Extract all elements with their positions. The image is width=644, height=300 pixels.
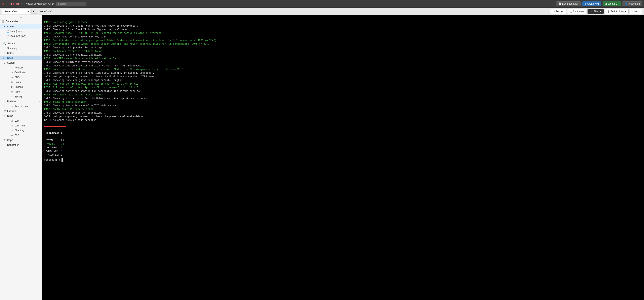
term-line-15: INFO: Checking if LXCFS is running with …	[44, 72, 154, 74]
summary-icon: □	[3, 47, 6, 50]
system-icon: ⚙	[3, 62, 6, 64]
create-vm-button[interactable]: ⊞ Create VM	[582, 2, 601, 6]
env-label: Virtual Environment 7.4-16	[26, 3, 55, 5]
help-icon: ?	[632, 10, 634, 13]
lvm-thin-icon: □	[10, 124, 13, 127]
sidebar-item-lvm-sub[interactable]: □ LVM	[4, 118, 42, 123]
notes-icon: □	[3, 52, 6, 54]
summary-failures: FAILURES: 0	[46, 154, 62, 157]
scroll-down-arrow[interactable]: ▼	[0, 147, 42, 151]
term-line-20: INFO: Checking container configs for dep…	[44, 90, 140, 93]
term-line-13: INFO: Checking custom role IDs for clash…	[44, 64, 144, 67]
sidebar-item-syslog[interactable]: ≡ Syslog	[4, 94, 42, 99]
pve-expand-icon: ▼	[3, 25, 5, 28]
logo: ✕ PROXMOX	[2, 2, 22, 6]
topbar: ✕ PROXMOX Virtual Environment 7.4-16 📄 D…	[0, 0, 644, 8]
sidebar-item-replication[interactable]: ↔ Replication	[0, 142, 42, 147]
system-chevron: ▾	[38, 62, 40, 64]
time-icon: ⚙	[10, 91, 13, 93]
term-line-26: INFO: Checking bootloader configuration.…	[44, 111, 105, 114]
syslog-icon: ≡	[10, 95, 13, 98]
secondbar: Server View ⚙ Node 'pve' ↺ Reboot ⏻ Shut…	[0, 8, 644, 15]
shell-button[interactable]: >_ Shell ▾	[588, 9, 604, 14]
term-line-23: PASS: found no suite mismatch	[44, 101, 86, 103]
pve-node-icon: 🖥	[6, 25, 8, 28]
term-line-27: SKIP: not yet upgraded, no need to check…	[44, 115, 144, 118]
reboot-icon: ↺	[553, 10, 555, 13]
search-input[interactable]	[56, 2, 86, 6]
term-line-14: PASS: no custom roles defined, so no cla…	[44, 68, 183, 71]
sidebar-item-search[interactable]: 🔍 Search	[0, 41, 42, 46]
sidebar-item-options[interactable]: ⚙ Options	[4, 85, 42, 89]
sidebar-item-lvm[interactable]: 💾 local-lvm (pve)	[0, 34, 42, 39]
system-submenu: ↔ Network ⚙ Certificates ⚙ DNS ⚙ Hosts ⚙	[0, 65, 42, 99]
sidebar-item-local[interactable]: 💾 local (pve)	[0, 29, 42, 34]
ceph-icon: ⚙	[3, 139, 6, 141]
term-line-9: PASS: no backup retention problems found…	[44, 50, 104, 53]
server-view-select[interactable]: Server View	[2, 9, 30, 14]
reboot-button[interactable]: ↺ Reboot	[550, 9, 566, 14]
local-label: local (pve)	[10, 30, 22, 33]
term-line-24: INFO: Checking for existence of NVIDIA v…	[44, 104, 121, 107]
term-prompt: root@pve:~#	[44, 159, 63, 162]
hosts-icon: ⚙	[10, 81, 13, 84]
search-icon: 🔍	[3, 42, 6, 45]
replication-icon: ↔	[3, 144, 6, 146]
bulk-dropdown-icon: ▾	[625, 10, 626, 13]
create-ct-button[interactable]: ⊞ Create CT	[602, 2, 621, 6]
term-line-6: PASS: Certificate 'pve-root-ca.pem' pass…	[44, 39, 216, 42]
term-line-2: INFO: Checking if the local node's hostn…	[44, 25, 138, 27]
sidebar-item-notes[interactable]: □ Notes	[0, 51, 42, 56]
directory-icon: □	[10, 129, 13, 132]
term-line-3: INFO: Checking if resolved IP is configu…	[44, 28, 130, 31]
sidebar-item-ceph[interactable]: ⚙ Ceph	[0, 138, 42, 142]
summary-box: = SUMMARY = TOTAL: 29 PASSED: 24 SKIPPED…	[44, 126, 66, 158]
summary-skipped: SKIPPED: 5	[46, 146, 62, 149]
sidebar-item-firewall[interactable]: 🛡 Firewall	[0, 109, 42, 113]
repos-icon: □	[10, 105, 13, 107]
sidebar-item-directory[interactable]: □ Directory	[4, 128, 42, 133]
sidebar-item-network[interactable]: ↔ Network	[4, 65, 42, 70]
summary-warnings: WARNINGS: 0	[46, 150, 62, 153]
term-line-7: PASS: Certificate 'pve-ssl.pem' passed D…	[44, 43, 211, 46]
sidebar-item-datacenter[interactable]: 🏢 Datacenter	[0, 19, 42, 24]
term-line-28: SKIP: No containers on node detected.	[44, 119, 98, 122]
shutdown-button[interactable]: ⏻ Shutdown	[567, 9, 586, 14]
documentation-button[interactable]: 📄 Documentation	[556, 2, 581, 6]
shell-dropdown-icon: ▾	[600, 10, 601, 13]
gear-button[interactable]: ⚙	[31, 9, 37, 14]
sidebar-item-pve[interactable]: ▼ 🖥 pve	[0, 24, 42, 29]
datacenter-label: Datacenter	[6, 20, 18, 23]
sidebar-item-certificates[interactable]: ⚙ Certificates	[4, 70, 42, 75]
sidebar-item-dns[interactable]: ⚙ DNS	[4, 75, 42, 80]
sidebar-item-repositories[interactable]: □ Repositories	[4, 104, 42, 109]
sidebar-item-hosts[interactable]: ⚙ Hosts	[4, 80, 42, 85]
storage-icon: 💾	[6, 30, 10, 33]
lvm-icon: 💾	[6, 35, 10, 38]
scroll-up-arrow[interactable]: ▲	[0, 15, 42, 19]
sidebar-item-updates[interactable]: ↺ Updates ▾	[0, 99, 42, 104]
node-title: Node 'pve'	[40, 10, 52, 13]
terminal[interactable]: PASS: no running guest detected. INFO: C…	[42, 15, 644, 300]
right-panel: PASS: no running guest detected. INFO: C…	[42, 15, 644, 300]
user-button[interactable]: 👤 root@pam	[622, 2, 642, 6]
user-icon: 👤	[625, 3, 628, 5]
shutdown-icon: ⏻	[570, 10, 572, 13]
summary-passed: PASSED: 24	[46, 143, 64, 145]
terminal-cursor	[62, 158, 63, 162]
summary-title: = SUMMARY =	[46, 132, 62, 135]
sidebar-item-zfs[interactable]: ⊞ ZFS	[4, 133, 42, 138]
sidebar-item-summary[interactable]: □ Summary	[0, 46, 42, 51]
sidebar-item-shell[interactable]: >_ Shell	[0, 56, 42, 60]
datacenter-icon: 🏢	[2, 20, 4, 23]
lvm-label: local-lvm (pve)	[10, 35, 26, 38]
network-icon: ↔	[10, 66, 13, 69]
sidebar: ▲ 🏢 Datacenter ▼ 🖥 pve 💾 local (pve) 💾 l…	[0, 15, 42, 300]
create-ct-icon: ⊞	[605, 3, 607, 5]
sidebar-item-lvm-thin[interactable]: □ LVM-Thin	[4, 123, 42, 128]
sidebar-item-time[interactable]: ⚙ Time	[4, 89, 42, 94]
sidebar-item-disks[interactable]: □ Disks ▾	[0, 113, 42, 118]
help-button[interactable]: ? Help	[630, 9, 642, 14]
bulk-actions-button[interactable]: ⋮ Bulk Actions ▾	[605, 9, 628, 14]
sidebar-item-system[interactable]: ⚙ System ▾	[0, 60, 42, 65]
